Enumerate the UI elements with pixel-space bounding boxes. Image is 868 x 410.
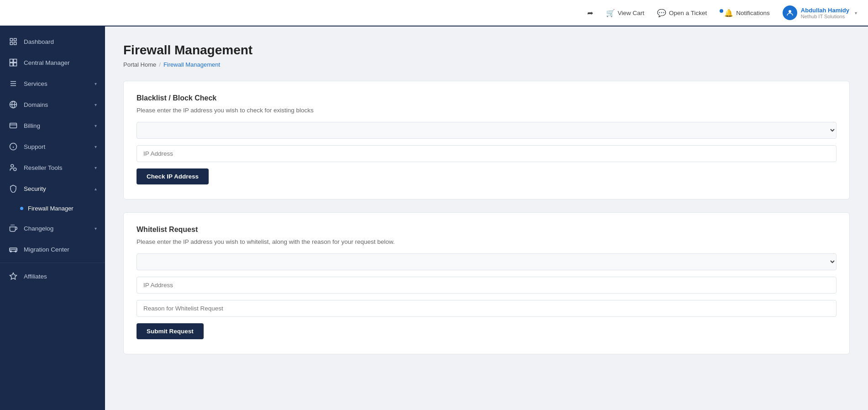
check-ip-button[interactable]: Check IP Address: [137, 168, 209, 184]
support-icon: [8, 142, 18, 152]
svg-rect-9: [10, 63, 13, 66]
chevron-up-icon: ▴: [95, 186, 97, 191]
sidebar-item-label: Domains: [24, 101, 48, 108]
user-name: Abdullah Hamidy: [801, 7, 849, 14]
whitelist-title: Whitelist Request: [137, 226, 836, 234]
sidebar-item-billing[interactable]: Billing ▾: [0, 115, 105, 136]
whitelist-submit-button[interactable]: Submit Request: [137, 323, 204, 339]
sidebar-divider: [0, 263, 105, 263]
sidebar-navigation: Dashboard Central Manager Services ▾ Dom…: [0, 26, 105, 291]
security-submenu: Firewall Manager: [0, 199, 105, 218]
svg-point-0: [789, 10, 791, 13]
chevron-down-icon: ▾: [95, 165, 97, 170]
topbar: ➦ 🛒 View Cart 💬 Open a Ticket 🔔 Notifica…: [0, 0, 868, 26]
security-icon: [8, 184, 18, 194]
sidebar-item-dashboard[interactable]: Dashboard: [0, 31, 105, 52]
open-ticket-label: Open a Ticket: [669, 10, 707, 16]
chevron-down-icon: ▾: [95, 81, 97, 86]
open-ticket-button[interactable]: 💬 Open a Ticket: [657, 9, 707, 17]
whitelist-reason-input[interactable]: [137, 300, 836, 317]
svg-marker-23: [10, 273, 17, 279]
breadcrumb-current: Firewall Management: [163, 61, 220, 68]
user-info: Abdullah Hamidy Nethub IT Solutions: [801, 7, 849, 19]
breadcrumb-separator: /: [159, 61, 161, 68]
page-title: Firewall Management: [123, 43, 850, 58]
sidebar-item-affiliates[interactable]: Affiliates: [0, 266, 105, 287]
sidebar-item-label: Support: [24, 143, 45, 150]
blacklist-title: Blacklist / Block Check: [137, 94, 836, 102]
breadcrumb: Portal Home / Firewall Management: [123, 61, 850, 68]
chevron-down-icon: ▾: [95, 144, 97, 149]
blacklist-description: Please enter the IP address you wish to …: [137, 107, 836, 114]
active-dot: [20, 207, 23, 210]
sidebar: BRIXLY Dashboard Central Manager Service…: [0, 0, 105, 410]
sidebar-sub-item-label: Firewall Manager: [28, 205, 74, 212]
sidebar-item-support[interactable]: Support ▾: [0, 136, 105, 157]
blacklist-ip-input[interactable]: [137, 145, 836, 162]
breadcrumb-home-link[interactable]: Portal Home: [123, 61, 156, 68]
chevron-down-icon: ▾: [855, 11, 857, 16]
blacklist-card: Blacklist / Block Check Please enter the…: [123, 81, 850, 200]
blacklist-server-select[interactable]: Server 1 Server 2: [137, 122, 836, 139]
changelog-icon: [8, 223, 18, 233]
cart-icon: 🛒: [606, 9, 615, 17]
chevron-down-icon: ▾: [95, 102, 97, 107]
chevron-down-icon: ▾: [95, 123, 97, 128]
svg-rect-10: [14, 63, 17, 66]
svg-rect-4: [14, 38, 16, 41]
sidebar-item-migration-center[interactable]: Migration Center: [0, 239, 105, 260]
chevron-down-icon: ▾: [95, 226, 97, 231]
reseller-tools-icon: [8, 163, 18, 173]
main-content: Firewall Management Portal Home / Firewa…: [105, 26, 868, 410]
svg-point-16: [14, 168, 16, 171]
migration-icon: [8, 244, 18, 254]
services-icon: [8, 79, 18, 89]
domains-icon: [8, 100, 18, 110]
sidebar-item-label: Changelog: [24, 225, 53, 232]
sidebar-item-security[interactable]: Security ▴: [0, 178, 105, 199]
sidebar-item-firewall-manager[interactable]: Firewall Manager: [0, 201, 105, 216]
whitelist-description: Please enter the IP address you wish to …: [137, 238, 836, 245]
billing-icon: [8, 121, 18, 131]
notification-dot: [720, 9, 723, 13]
sidebar-item-label: Security: [24, 185, 46, 192]
layout: Firewall Management Portal Home / Firewa…: [0, 26, 868, 410]
svg-rect-8: [14, 59, 17, 63]
sidebar-item-domains[interactable]: Domains ▾: [0, 94, 105, 115]
svg-rect-6: [14, 42, 16, 45]
sidebar-item-central-manager[interactable]: Central Manager: [0, 52, 105, 73]
user-company: Nethub IT Solutions: [801, 14, 849, 19]
notifications-label: Notifications: [736, 10, 770, 16]
sidebar-item-label: Reseller Tools: [24, 164, 63, 171]
share-icon: ➦: [587, 9, 593, 17]
whitelist-card: Whitelist Request Please enter the IP ad…: [123, 212, 850, 354]
sidebar-item-label: Migration Center: [24, 246, 69, 253]
svg-rect-3: [10, 38, 12, 41]
whitelist-server-select[interactable]: Server 1 Server 2: [137, 253, 836, 270]
view-cart-label: View Cart: [618, 10, 644, 16]
sidebar-item-services[interactable]: Services ▾: [0, 73, 105, 94]
bell-icon: 🔔: [724, 9, 733, 17]
central-manager-icon: [8, 58, 18, 68]
sidebar-item-label: Services: [24, 80, 47, 87]
sidebar-item-label: Central Manager: [24, 59, 70, 66]
dashboard-icon: [8, 37, 18, 47]
sidebar-item-reseller-tools[interactable]: Reseller Tools ▾: [0, 157, 105, 178]
sidebar-item-changelog[interactable]: Changelog ▾: [0, 218, 105, 239]
view-cart-button[interactable]: 🛒 View Cart: [606, 9, 644, 17]
affiliates-icon: [8, 271, 18, 281]
svg-rect-5: [10, 42, 12, 45]
sidebar-item-label: Affiliates: [24, 273, 47, 280]
sidebar-item-label: Dashboard: [24, 38, 54, 45]
svg-point-15: [11, 164, 14, 167]
ticket-icon: 💬: [657, 9, 666, 17]
notifications-button[interactable]: 🔔 Notifications: [720, 9, 770, 17]
user-menu[interactable]: Abdullah Hamidy Nethub IT Solutions ▾: [783, 5, 857, 20]
whitelist-ip-input[interactable]: [137, 277, 836, 294]
share-button[interactable]: ➦: [587, 9, 593, 17]
avatar: [783, 5, 797, 20]
sidebar-item-label: Billing: [24, 122, 40, 129]
svg-rect-13: [10, 123, 17, 128]
svg-rect-7: [10, 59, 13, 63]
